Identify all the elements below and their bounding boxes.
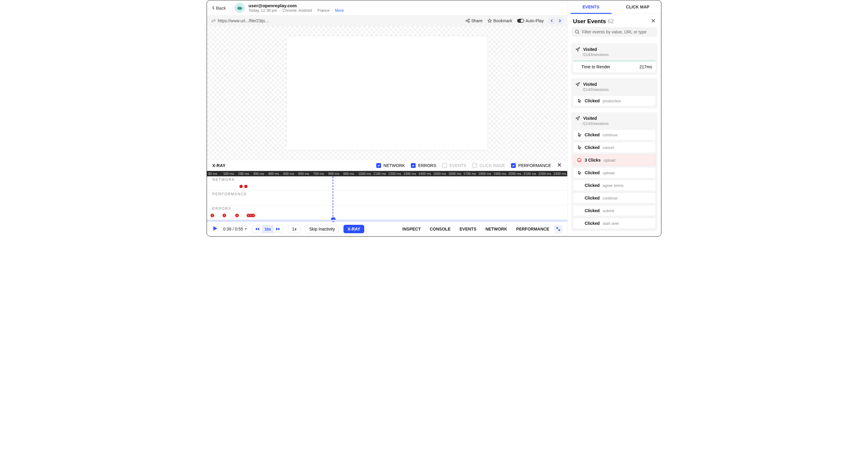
skip-amount[interactable]: 10s: [262, 226, 273, 233]
events-count: 62: [608, 18, 614, 25]
ruler-tick: 1900 ms: [492, 172, 507, 176]
sidebar-tab-clickmap[interactable]: CLICK MAP: [615, 0, 661, 13]
xray-filter-clickrage[interactable]: CLICK RAGE: [472, 163, 505, 168]
xray-toggle-button[interactable]: X-RAY: [343, 225, 364, 233]
network-event-marker[interactable]: [244, 185, 248, 188]
svg-point-0: [237, 7, 242, 10]
visited-row[interactable]: Visited: [571, 115, 657, 121]
session-header: Back user@openreplay.com Today, 12:39 pm…: [207, 0, 567, 16]
ruler-tick: 400 ms: [267, 172, 282, 176]
xray-close-button[interactable]: [557, 162, 562, 169]
time-to-render-row[interactable]: Time to Render217ms: [573, 60, 656, 72]
more-link[interactable]: More: [335, 8, 344, 12]
ruler-tick: 600 ms: [297, 172, 312, 176]
ruler-tick: 2000 ms: [507, 172, 522, 176]
track-performance: PERFORMANCE: [207, 191, 567, 205]
timeline-ruler[interactable]: 00 ms100 ms200 ms300 ms400 ms500 ms600 m…: [207, 171, 567, 176]
click-row[interactable]: Clickedsubmit: [573, 205, 656, 216]
pointer-icon: [577, 170, 582, 175]
back-button[interactable]: Back: [211, 5, 226, 10]
visited-row[interactable]: Visited: [571, 81, 657, 87]
svg-point-6: [578, 158, 581, 162]
ruler-tick: 1400 ms: [417, 172, 432, 176]
tab-network[interactable]: NETWORK: [486, 227, 507, 232]
ruler-tick: 1100 ms: [372, 172, 387, 176]
time-display[interactable]: 0:39 / 0:55: [223, 227, 247, 232]
ruler-tick: 2300 ms: [552, 172, 567, 176]
error-marker[interactable]: !: [251, 214, 255, 217]
click-row[interactable]: Clickedagree terms: [573, 180, 656, 191]
svg-point-3: [468, 19, 469, 20]
xray-filter-network[interactable]: NETWORK: [376, 163, 405, 168]
events-title: User Events: [573, 18, 606, 25]
bookmark-button[interactable]: Bookmark: [487, 18, 512, 23]
tab-performance[interactable]: PERFORMANCE: [516, 227, 549, 232]
timeline-playhead[interactable]: [333, 176, 333, 220]
xray-filter-performance[interactable]: PERFORMANCE: [511, 163, 551, 168]
toggle-icon: [517, 19, 524, 23]
prev-session-button[interactable]: [549, 18, 555, 24]
ruler-tick: 800 ms: [327, 172, 342, 176]
user-avatar: [235, 3, 245, 13]
event-block: Visited /2143/sessions ClickedcontinueCl…: [571, 112, 657, 231]
visited-row[interactable]: Visited: [571, 46, 657, 52]
click-row[interactable]: Clickedproduction: [573, 95, 656, 106]
sidebar-tab-events[interactable]: EVENTS: [567, 0, 615, 13]
xray-filter-events[interactable]: EVENTS: [442, 163, 466, 168]
events-search-input[interactable]: Filter events by value, URL or type: [572, 27, 657, 37]
skip-inactivity-button[interactable]: Skip Inactivity: [305, 225, 339, 233]
autoplay-toggle[interactable]: Auto-Play: [517, 18, 544, 23]
ruler-tick: 1600 ms: [447, 172, 462, 176]
star-icon: [487, 18, 492, 23]
network-event-marker[interactable]: [239, 185, 243, 188]
page-url: https://www.url.../file/23ijs....: [218, 18, 270, 23]
replay-viewport: [207, 26, 567, 160]
share-icon: [465, 18, 470, 23]
next-session-button[interactable]: [556, 18, 563, 24]
rage-click-row[interactable]: 3 Clicksupload: [573, 155, 656, 165]
player-controls: 0:39 / 0:55 10s 1x Skip Inactivity X-RAY…: [207, 221, 567, 236]
svg-point-4: [468, 21, 469, 23]
ruler-tick: 200 ms: [237, 172, 252, 176]
events-sidebar: EVENTS CLICK MAP User Events 62 Filter e…: [567, 0, 661, 236]
track-network: NETWORK: [207, 176, 567, 191]
visited-path: /2143/sessions: [571, 52, 657, 59]
click-row[interactable]: Clickedupload: [573, 167, 656, 178]
back-label: Back: [216, 5, 226, 10]
fullscreen-button[interactable]: [554, 225, 562, 233]
ruler-tick: 1200 ms: [387, 172, 402, 176]
ruler-tick: 100 ms: [222, 172, 237, 176]
click-row[interactable]: Clickedstart over: [573, 218, 656, 229]
ruler-tick: 2100 ms: [522, 172, 537, 176]
skip-forward-button[interactable]: [273, 226, 283, 232]
events-list[interactable]: Visited /2143/sessions Time to Render217…: [567, 40, 661, 236]
tab-console[interactable]: CONSOLE: [430, 227, 451, 232]
svg-point-2: [466, 20, 467, 21]
play-button[interactable]: [212, 225, 218, 233]
click-row[interactable]: Clickedcontinue: [573, 192, 656, 204]
session-info: user@openreplay.com Today, 12:39 pm · Ch…: [248, 3, 344, 12]
location-icon: [576, 47, 580, 52]
location-icon: [576, 116, 580, 121]
replay-frame[interactable]: [286, 36, 488, 150]
event-block: Visited /2143/sessions Clickedproduction: [571, 78, 657, 109]
ruler-tick: 2200 ms: [537, 172, 552, 176]
close-sidebar-button[interactable]: [651, 18, 656, 24]
error-marker[interactable]: !: [211, 214, 214, 217]
share-button[interactable]: Share: [465, 18, 483, 23]
speed-button[interactable]: 1x: [288, 225, 301, 233]
ruler-tick: 1500 ms: [432, 172, 447, 176]
skip-back-button[interactable]: [252, 226, 262, 232]
rage-icon: [577, 158, 582, 162]
tab-inspect[interactable]: INSPECT: [402, 227, 421, 232]
error-marker[interactable]: !: [223, 214, 226, 217]
progress-track[interactable]: [207, 220, 567, 221]
pointer-icon: [577, 145, 582, 150]
click-row[interactable]: Clickedcontinue: [573, 129, 656, 140]
error-marker[interactable]: !: [235, 214, 239, 217]
xray-filter-errors[interactable]: ERRORS: [411, 163, 436, 168]
click-row[interactable]: Clickedcancel: [573, 142, 656, 153]
tab-events[interactable]: EVENTS: [460, 227, 476, 232]
ruler-tick: 1800 ms: [477, 172, 492, 176]
pointer-icon: [577, 98, 582, 103]
